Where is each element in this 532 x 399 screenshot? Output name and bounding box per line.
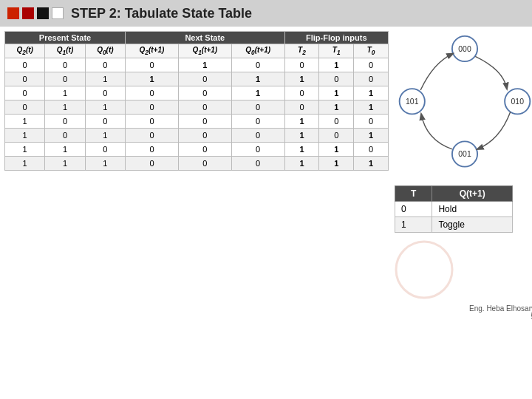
- table-cell: 1: [354, 129, 389, 143]
- table-cell: 1: [354, 100, 389, 115]
- table-cell: 1: [45, 100, 85, 115]
- page-title: STEP 2: Tabulate State Table: [71, 6, 252, 21]
- next-state-header: Next State: [126, 32, 285, 44]
- table-cell: 0: [178, 100, 231, 115]
- table-cell: 0: [126, 100, 179, 115]
- table-cell: 0: [126, 58, 179, 72]
- table-cell: 0: [178, 157, 231, 171]
- table-cell: 0: [354, 58, 389, 72]
- table-cell: 0: [126, 157, 179, 171]
- state-diagram-svg: 000 010 001 101: [395, 31, 532, 179]
- table-cell: 0: [85, 58, 125, 72]
- table-body: 0000100100011011000100010110110000111000…: [5, 58, 389, 171]
- table-cell: 0: [45, 58, 85, 72]
- table-cell: 0: [178, 143, 231, 157]
- table-cell: 1: [5, 143, 45, 157]
- col-q0t: Q0(t): [85, 44, 125, 58]
- table-cell: 0: [85, 86, 125, 100]
- table-cell: 1: [284, 115, 319, 129]
- table-cell: 1: [319, 100, 354, 115]
- table-cell: 0: [231, 58, 284, 72]
- present-state-header: Present State: [5, 32, 126, 44]
- footer-name: Eng. Heba Elhosary: [395, 304, 532, 313]
- table-cell: 1: [45, 86, 85, 100]
- table-cell: 0: [126, 115, 179, 129]
- watermark-circle: [395, 240, 454, 299]
- svg-text:010: 010: [511, 98, 525, 106]
- table-cell: 0: [45, 129, 85, 143]
- table-cell: 0: [45, 115, 85, 129]
- t-table-body: 0Hold1Toggle: [395, 202, 513, 233]
- table-cell: 0: [354, 72, 389, 86]
- flip-flop-header: Flip-Flop inputs: [284, 32, 388, 44]
- table-cell: 0: [126, 143, 179, 157]
- table-row: 001101100: [5, 72, 389, 86]
- table-cell: 0: [126, 129, 179, 143]
- t-truth-table-section: T Q(t+1) 0Hold1Toggle Eng. Heba Elhosary…: [395, 185, 532, 399]
- t-table-row: 0Hold: [395, 202, 513, 217]
- table-cell: 0: [231, 143, 284, 157]
- page-header: STEP 2: Tabulate State Table: [0, 0, 532, 27]
- state-table: Present State Next State Flip-Flop input…: [4, 31, 389, 171]
- table-cell: 1: [284, 157, 319, 171]
- icon-darkred: [22, 7, 34, 19]
- table-cell: 1: [319, 157, 354, 171]
- main-content: Present State Next State Flip-Flop input…: [0, 27, 532, 399]
- state-table-section: Present State Next State Flip-Flop input…: [4, 31, 389, 399]
- icon-red: [7, 7, 19, 19]
- table-cell: 1: [85, 157, 125, 171]
- svg-text:101: 101: [406, 98, 419, 106]
- table-cell: 1: [231, 86, 284, 100]
- table-cell: 1: [319, 86, 354, 100]
- t-col-t: T: [395, 186, 432, 202]
- table-cell: 1: [5, 157, 45, 171]
- icon-white: [52, 7, 64, 19]
- col-q2t: Q2(t): [5, 44, 45, 58]
- svg-point-8: [396, 242, 452, 298]
- table-cell: 0: [5, 100, 45, 115]
- table-cell: 0: [319, 115, 354, 129]
- table-cell: 0: [126, 86, 179, 100]
- t-col-qt1: Q(t+1): [432, 186, 513, 202]
- icon-black: [37, 7, 49, 19]
- table-cell: 1: [45, 157, 85, 171]
- table-cell: 1: [319, 58, 354, 72]
- table-cell: 0: [354, 143, 389, 157]
- t-truth-table: T Q(t+1) 0Hold1Toggle: [395, 185, 513, 233]
- footer-page: 5: [395, 313, 532, 321]
- table-row: 110000110: [5, 143, 389, 157]
- table-cell: 1: [231, 72, 284, 86]
- table-sub-header: Q2(t) Q1(t) Q0(t) Q2(t+1) Q1(t+1) Q0(t+1…: [5, 44, 389, 58]
- table-cell: 0: [284, 100, 319, 115]
- table-group-header: Present State Next State Flip-Flop input…: [5, 32, 389, 44]
- t-table-cell: Hold: [432, 202, 513, 217]
- table-cell: 0: [45, 72, 85, 86]
- col-q2t1: Q2(t+1): [126, 44, 179, 58]
- table-cell: 0: [319, 129, 354, 143]
- table-cell: 0: [85, 115, 125, 129]
- table-cell: 1: [45, 143, 85, 157]
- col-q1t: Q1(t): [45, 44, 85, 58]
- table-cell: 0: [231, 115, 284, 129]
- table-cell: 0: [354, 115, 389, 129]
- table-row: 000010010: [5, 58, 389, 72]
- table-cell: 1: [284, 72, 319, 86]
- table-row: 100000100: [5, 115, 389, 129]
- svg-text:000: 000: [458, 45, 471, 53]
- col-t1: T1: [319, 44, 354, 58]
- table-cell: 0: [231, 157, 284, 171]
- table-cell: 0: [319, 72, 354, 86]
- table-cell: 0: [5, 72, 45, 86]
- header-icons: [7, 7, 64, 19]
- table-cell: 0: [178, 129, 231, 143]
- table-cell: 1: [319, 143, 354, 157]
- table-cell: 1: [85, 100, 125, 115]
- table-row: 111000111: [5, 157, 389, 171]
- table-cell: 0: [5, 86, 45, 100]
- table-cell: 0: [178, 86, 231, 100]
- col-t0: T0: [354, 44, 389, 58]
- col-q0t1: Q0(t+1): [231, 44, 284, 58]
- col-q1t1: Q1(t+1): [178, 44, 231, 58]
- table-cell: 0: [231, 129, 284, 143]
- t-table-header-row: T Q(t+1): [395, 186, 513, 202]
